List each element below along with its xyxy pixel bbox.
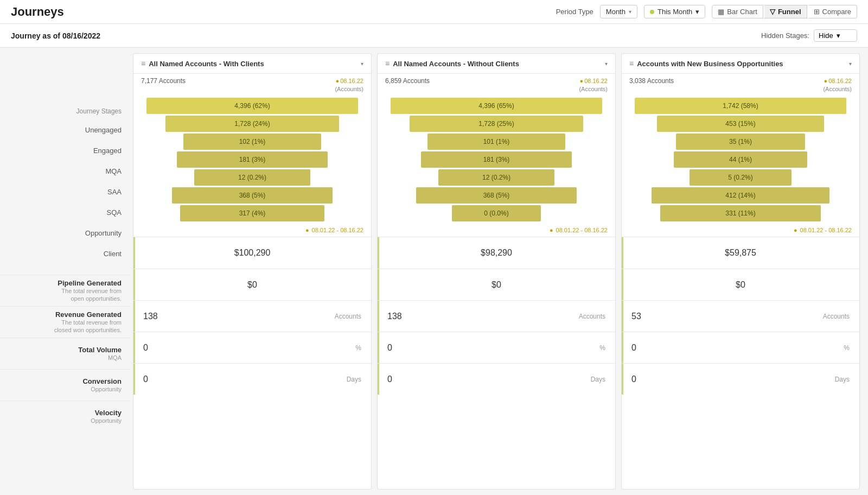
conversion-row-2: 0 %: [378, 332, 615, 363]
main-content: Journey Stages Unengaged Engaged MQA SAA…: [0, 48, 868, 495]
funnel-bar-row-3-5: 5 (0.2%): [629, 169, 852, 186]
funnel-col-3: ≡ Accounts with New Business Opportuniti…: [621, 53, 860, 490]
velocity-label: Velocity: [95, 409, 122, 417]
conversion-left-bar-3: [622, 332, 623, 363]
stage-row-client: Client: [0, 243, 130, 264]
account-count-3: 3,038 Accounts: [629, 77, 674, 85]
conversion-left-bar-2: [378, 332, 379, 363]
velocity-left-bar-1: [133, 364, 135, 395]
compare-button[interactable]: ⊞ Compare: [808, 5, 857, 18]
funnel-bar-row-3-4: 44 (1%): [629, 151, 852, 168]
total-volume-values-3: 53 Accounts: [629, 312, 852, 321]
revenue-label: Revenue Generated: [55, 310, 122, 319]
account-count-row-2: 6,859 Accounts ●08.16.22: [378, 74, 615, 86]
funnel-bar-2-5: 12 (0.2%): [438, 169, 554, 186]
stage-row-mqa: MQA: [0, 161, 130, 181]
revenue-generated-sidebar: Revenue Generated The total revenue from…: [0, 306, 130, 338]
conversion-values-3: 0 %: [629, 343, 852, 353]
date-badge-2: ●08.16.22: [580, 78, 608, 84]
this-month-dot-icon: [650, 10, 654, 14]
conversion-left-bar-1: [133, 332, 135, 363]
account-count-row-3: 3,038 Accounts ●08.16.22: [622, 74, 859, 86]
funnel-button[interactable]: ▽ Funnel: [764, 5, 807, 18]
total-volume-unit-1: Accounts: [335, 313, 361, 320]
funnel-icon: ▽: [770, 8, 775, 16]
this-month-dropdown[interactable]: This Month ▾: [644, 5, 705, 18]
funnel-bar-row-1-6: 368 (5%): [141, 187, 363, 204]
funnel-col-2: ≡ All Named Accounts - Without Clients ▾…: [377, 53, 616, 490]
revenue-row-3: $0: [622, 269, 859, 300]
chart-type-buttons: ▦ Bar Chart ▽ Funnel ⊞ Compare: [712, 5, 857, 18]
top-controls: Period Type Month ▾ This Month ▾ ▦ Bar C…: [556, 5, 857, 18]
total-volume-row-3: 53 Accounts: [622, 300, 859, 332]
velocity-values-3: 0 Days: [629, 375, 852, 384]
funnel-bar-1-5: 12 (0.2%): [194, 169, 310, 186]
metrics-section-1: $100,290 $0 138 Accounts 0 % 0 Days: [133, 237, 371, 395]
funnel-bar-1-6: 368 (5%): [172, 187, 332, 204]
conversion-value-1: 0: [143, 343, 148, 353]
funnels-area: ≡ All Named Accounts - With Clients ▾ 7,…: [130, 48, 868, 495]
stage-label-mqa: MQA: [105, 167, 122, 175]
funnel-bar-row-3-1: 1,742 (58%): [629, 98, 852, 114]
funnel-bar-3-3: 35 (1%): [676, 134, 805, 150]
funnel-bar-row-2-7: 0 (0.0%): [385, 205, 608, 221]
funnel-list-icon-1: ≡: [141, 59, 145, 68]
total-volume-sublabel: MQA: [108, 354, 122, 361]
total-volume-left-bar-1: [133, 301, 135, 332]
stage-label-saa: SAA: [107, 188, 122, 196]
revenue-value-3: $0: [736, 280, 745, 290]
funnel-bar-3-4: 44 (1%): [674, 151, 807, 168]
funnel-header-left-3: ≡ Accounts with New Business Opportuniti…: [629, 59, 783, 68]
conversion-sidebar: Conversion Opportunity: [0, 369, 130, 401]
velocity-sidebar: Velocity Opportunity: [0, 401, 130, 432]
funnel-header-2: ≡ All Named Accounts - Without Clients ▾: [378, 54, 615, 74]
conversion-row-3: 0 %: [622, 332, 859, 363]
pipeline-left-bar-2: [378, 237, 379, 269]
funnel-bar-3-5: 5 (0.2%): [690, 169, 792, 186]
funnel-bar-row-2-1: 4,396 (65%): [385, 98, 608, 114]
period-type-dropdown[interactable]: Month ▾: [600, 5, 637, 18]
funnel-bar-1-4: 181 (3%): [177, 151, 328, 168]
conversion-values-2: 0 %: [385, 343, 608, 353]
funnel-bar-2-3: 101 (1%): [427, 134, 565, 150]
this-month-chevron-icon: ▾: [695, 8, 699, 16]
funnel-bar-row-1-3: 102 (1%): [141, 134, 363, 150]
top-bar: Journeys Period Type Month ▾ This Month …: [0, 0, 868, 24]
funnel-bar-row-1-7: 317 (4%): [141, 205, 363, 221]
funnel-chart-2: 4,396 (65%)1,728 (25%)101 (1%)181 (3%)12…: [378, 94, 615, 225]
funnel-bar-3-7: 331 (11%): [660, 205, 820, 221]
funnel-bar-1-7: 317 (4%): [180, 205, 325, 221]
funnel-dropdown-chevron-3[interactable]: ▾: [849, 61, 852, 67]
funnel-bar-row-3-2: 453 (15%): [629, 116, 852, 132]
funnel-bar-row-3-6: 412 (14%): [629, 187, 852, 204]
velocity-left-bar-2: [378, 364, 379, 395]
compare-icon: ⊞: [814, 8, 820, 16]
velocity-left-bar-3: [622, 364, 623, 395]
velocity-value-3: 0: [631, 375, 636, 384]
pipeline-label: Pipeline Generated: [58, 279, 122, 287]
pipeline-generated-sidebar: Pipeline Generated The total revenue fro…: [0, 275, 130, 306]
velocity-value-2: 0: [387, 375, 392, 384]
stage-label-unengaged: Unengaged: [85, 126, 122, 134]
funnel-bar-1-2: 1,728 (24%): [165, 116, 339, 132]
funnel-header-left-2: ≡ All Named Accounts - Without Clients: [385, 59, 519, 68]
metrics-sidebar: Pipeline Generated The total revenue fro…: [0, 275, 130, 432]
funnel-dropdown-chevron-2[interactable]: ▾: [605, 61, 608, 67]
total-volume-unit-3: Accounts: [823, 313, 850, 320]
pipeline-value-2: $98,290: [481, 248, 512, 258]
total-volume-left-bar-3: [622, 301, 623, 332]
pipeline-value-3: $59,875: [725, 248, 756, 258]
conversion-sublabel: Opportunity: [91, 385, 122, 393]
pipeline-value-1: $100,290: [234, 248, 271, 258]
accounts-label-2: (Accounts): [378, 86, 615, 94]
funnel-dropdown-chevron-1[interactable]: ▾: [361, 61, 363, 67]
velocity-values-2: 0 Days: [385, 375, 608, 384]
hidden-stages-dropdown[interactable]: Hide ▾: [814, 29, 857, 42]
funnel-list-icon-3: ≡: [629, 59, 634, 68]
conversion-label: Conversion: [82, 377, 122, 385]
bar-chart-button[interactable]: ▦ Bar Chart: [712, 5, 763, 18]
funnel-list-icon-2: ≡: [385, 59, 390, 68]
funnel-bar-1-3: 102 (1%): [183, 134, 321, 150]
stage-row-opportunity: Opportunity: [0, 223, 130, 243]
hidden-stages-label: Hidden Stages:: [761, 31, 809, 40]
